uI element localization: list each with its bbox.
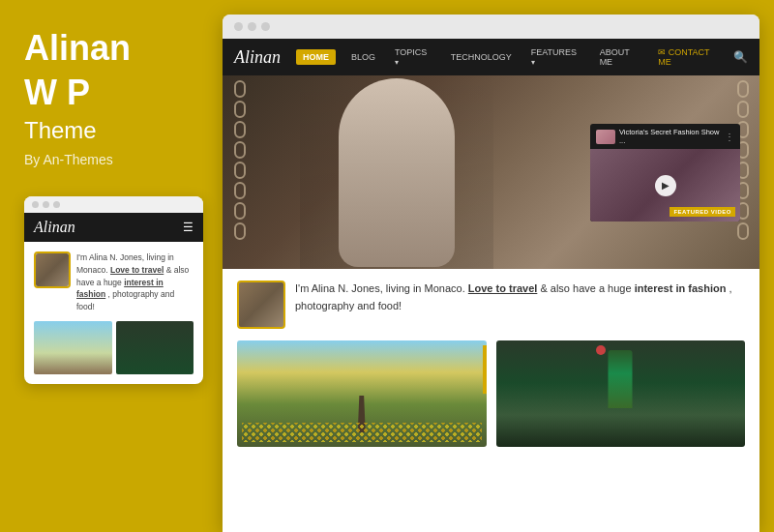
- theme-title: Alinan W P: [24, 29, 198, 117]
- person-shape: [339, 78, 455, 267]
- mockup-dots: [24, 196, 203, 213]
- chain-link: [234, 80, 246, 98]
- content-section: I'm Alina N. Jones, living in Monaco. Lo…: [223, 269, 759, 532]
- browser-dot-1: [234, 22, 243, 31]
- image-flowers-eiffel: [237, 340, 487, 447]
- yellow-accent: [483, 345, 487, 394]
- chain-link: [234, 141, 246, 159]
- chain-link: [234, 222, 246, 240]
- nav-blog[interactable]: BLOG: [347, 50, 379, 64]
- video-header: Victoria's Secret Fashion Show ... ⋮: [590, 124, 740, 149]
- mobile-mockup: Alinan ☰ I'm Alina N. Jones, living in M…: [24, 196, 203, 384]
- nav-home[interactable]: HOME: [296, 49, 336, 65]
- nav-about-me[interactable]: ABOUT ME: [596, 45, 647, 69]
- hero-person: [300, 75, 493, 269]
- mockup-nav: Alinan ☰: [24, 213, 203, 242]
- chain-link: [234, 162, 246, 179]
- berry-garnish: [596, 345, 606, 355]
- search-icon[interactable]: 🔍: [733, 50, 748, 64]
- chain-link: [737, 222, 749, 240]
- profile-love-travel: Love to travel: [468, 282, 538, 294]
- video-title: Victoria's Secret Fashion Show ...: [619, 128, 721, 145]
- video-overlay[interactable]: Victoria's Secret Fashion Show ... ⋮ ▶ F…: [590, 124, 740, 222]
- mobile-text-bold1: Love to travel: [110, 265, 164, 275]
- left-panel: Alinan W P Theme By An-Themes Alinan ☰ I…: [0, 0, 223, 532]
- browser-chrome: [223, 15, 759, 39]
- chain-link: [737, 80, 749, 98]
- mockup-avatar: [34, 251, 71, 288]
- dot-3: [53, 201, 60, 208]
- browser-window: Alinan HOME BLOG TOPICS TECHNOLOGY FEATU…: [223, 15, 759, 532]
- flowers: [242, 423, 482, 442]
- profile-text-mid: & also have a huge: [540, 282, 634, 294]
- chain-link: [234, 202, 246, 220]
- mockup-logo: Alinan: [34, 219, 75, 236]
- mockup-profile-row: I'm Alina N. Jones, living in Monaco. Lo…: [34, 251, 194, 313]
- profile-interest-fashion: interest in fashion: [635, 282, 727, 294]
- browser-dot-3: [261, 22, 270, 31]
- play-button[interactable]: ▶: [655, 175, 676, 196]
- chain-link: [234, 101, 246, 118]
- chain-link: [234, 182, 246, 199]
- hero-background: Victoria's Secret Fashion Show ... ⋮ ▶ F…: [223, 75, 759, 269]
- chain-link: [737, 101, 749, 118]
- video-more-icon[interactable]: ⋮: [725, 132, 734, 142]
- browser-dot-2: [248, 22, 256, 31]
- hamburger-icon[interactable]: ☰: [183, 221, 194, 234]
- mockup-content: I'm Alina N. Jones, living in Monaco. Lo…: [24, 242, 203, 384]
- profile-avatar: [237, 281, 285, 329]
- mockup-image-1: [34, 321, 112, 374]
- profile-row: I'm Alina N. Jones, living in Monaco. Lo…: [237, 281, 745, 329]
- hero-section: Victoria's Secret Fashion Show ... ⋮ ▶ F…: [223, 75, 759, 269]
- avatar-image: [36, 253, 69, 286]
- profile-text-intro: I'm Alina N. Jones, living in Monaco.: [295, 282, 465, 294]
- nav-features[interactable]: FEATURES: [527, 45, 584, 69]
- video-thumbnail: [596, 130, 615, 144]
- site-logo[interactable]: Alinan: [234, 47, 281, 68]
- nav-topics[interactable]: TOPICS: [391, 45, 435, 69]
- dot-1: [32, 201, 39, 208]
- chain-left: [232, 75, 247, 269]
- chain-link: [234, 121, 246, 138]
- mockup-text: I'm Alina N. Jones, living in Monaco. Lo…: [76, 251, 194, 313]
- nav-contact[interactable]: CONTACT ME: [658, 47, 722, 67]
- profile-description: I'm Alina N. Jones, living in Monaco. Lo…: [295, 281, 745, 314]
- video-preview[interactable]: ▶ FEATURED VIDEO: [590, 149, 740, 222]
- featured-badge: FEATURED VIDEO: [670, 207, 735, 217]
- mockup-image-2: [116, 321, 194, 374]
- site-header: Alinan HOME BLOG TOPICS TECHNOLOGY FEATU…: [223, 39, 759, 75]
- nav-technology[interactable]: TECHNOLOGY: [447, 50, 516, 64]
- images-row: [237, 340, 745, 447]
- theme-author: By An-Themes: [24, 152, 198, 167]
- dot-2: [43, 201, 49, 208]
- theme-subtitle: Theme: [24, 117, 198, 144]
- drink-glass: [609, 350, 633, 408]
- mockup-image-row: [34, 321, 194, 374]
- image-drink: [496, 340, 746, 447]
